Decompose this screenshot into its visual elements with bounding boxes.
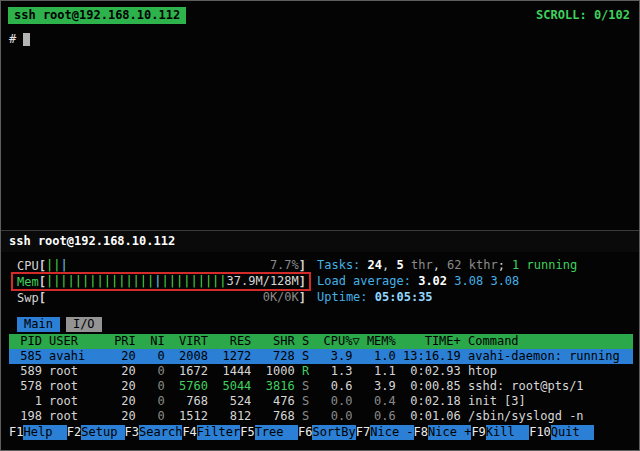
column-header-user[interactable]: USER [49,334,107,349]
process-row[interactable]: 1root200768524476S0.00.40:02.18init [3] [9,394,633,409]
fkey-f9[interactable]: F9Kill [471,425,529,440]
stat-segment: Uptime: [317,290,375,304]
cell-user: root [49,364,107,379]
swp-meter: Swp[0K/0K] [17,290,306,306]
fkey-number: F2 [67,425,81,440]
top-pane-titlebar: ssh root@192.168.10.112 SCROLL: 0/102 [8,7,632,24]
cell-user: root [49,394,107,409]
cell-cpu: 0.0 [316,409,352,424]
fkey-f1[interactable]: F1Help [9,425,67,440]
cell-pid: 578 [13,379,42,394]
process-row[interactable]: 578root200576050443816S0.63.90:00.85sshd… [9,379,633,394]
column-header-mem[interactable]: MEM% [360,334,396,349]
tab-main[interactable]: Main [17,317,60,332]
stat-segment: thr [404,258,433,272]
fkey-label: Nice + [428,425,471,440]
stat-line-0: Tasks: 24, 5 thr, 62 kthr; 1 running [317,258,577,274]
stat-segment: 3.02 [418,274,454,288]
fkey-number: F1 [9,425,23,440]
column-header-virt[interactable]: VIRT [172,334,208,349]
cell-time: 0:00.85 [403,379,461,394]
stat-segment: , [433,258,447,272]
swp-meter-label: Swp [17,291,39,305]
cell-ni: 0 [143,364,165,379]
terminal-window: ssh root@192.168.10.112 SCROLL: 0/102 # … [0,0,640,451]
cpu-meter-bar-area: |||7.7% [46,258,299,274]
cell-user: root [49,409,107,424]
column-header-pri[interactable]: PRI [114,334,136,349]
process-row[interactable]: 198root2001512812768S0.00.60:01.06/sbin/… [9,409,633,424]
session-title-bottom: ssh root@192.168.10.112 [9,234,175,248]
fkey-f8[interactable]: F8Nice + [414,425,472,440]
meter-bracket-close: ] [299,275,306,289]
fkey-label: Setup [81,425,124,440]
cell-time: 0:02.18 [403,394,461,409]
tab-io[interactable]: I/O [66,317,102,332]
cell-pri: 20 [114,379,136,394]
fkey-number: F9 [471,425,485,440]
cell-shr: 3816 [259,379,295,394]
stat-segment: 62 kthr [447,258,498,272]
mem-meter-value: 37.9M/128M [227,274,299,289]
cell-s: S [302,394,309,409]
fkey-number: F6 [298,425,312,440]
column-header-s[interactable]: S [302,334,309,349]
cell-ni: 0 [143,409,165,424]
column-header-time[interactable]: TIME+ [403,334,461,349]
stat-segment: Load average: [317,274,418,288]
fkey-f2[interactable]: F2Setup [67,425,125,440]
column-header-res[interactable]: RES [215,334,251,349]
fkey-f7[interactable]: F7Nice - [356,425,414,440]
fkey-f6[interactable]: F6SortBy [298,425,356,440]
fkey-number: F5 [240,425,254,440]
process-table-header: PIDUSERPRINIVIRTRESSHRSCPU%▽MEM%TIME+Com… [9,334,633,349]
column-header-shr[interactable]: SHR [259,334,295,349]
cell-pid: 198 [13,409,42,424]
column-header-cpu[interactable]: CPU%▽ [316,334,359,349]
cpu-meter: CPU[|||7.7%] [17,258,306,274]
meter-bracket-close: ] [299,291,306,305]
tab-bar: MainI/O [17,317,108,332]
cell-pid: 1 [13,394,42,409]
cell-cmd: sshd: root@pts/1 [468,379,633,394]
cell-cmd: /sbin/syslogd -n [468,409,633,424]
cell-shr: 476 [259,394,295,409]
meter-bracket-open: [ [39,259,46,273]
fkey-label: Filter [197,425,240,440]
cell-res: 1272 [215,349,251,364]
column-header-ni[interactable]: NI [143,334,165,349]
stat-segment: 05:05:35 [375,290,433,304]
fkey-f10[interactable]: F10Quit [529,425,594,440]
cell-cmd: init [3] [468,394,633,409]
shell-prompt-line: # [9,32,30,47]
column-header-cmd[interactable]: Command [468,334,633,349]
stat-segment: 24 [368,258,382,272]
column-header-pid[interactable]: PID [13,334,42,349]
cell-res: 524 [215,394,251,409]
meter-bracket-open: [ [39,275,46,289]
cell-s: S [302,379,309,394]
fkey-number: F7 [356,425,370,440]
fkey-number: F10 [529,425,551,440]
fkey-f5[interactable]: F5Tree [240,425,298,440]
cell-cpu: 1.3 [316,364,352,379]
process-table-rows: 585avahi20020081272728S3.91.013:16.19ava… [9,349,633,424]
cell-time: 0:02.93 [403,364,461,379]
stat-line-1: Load average: 3.02 3.08 3.08 [317,274,577,290]
cell-time: 0:01.06 [403,409,461,424]
fkey-label: Help [23,425,66,440]
cell-virt: 2008 [172,349,208,364]
stat-segment: , [382,258,396,272]
cell-pri: 20 [114,364,136,379]
fkey-f4[interactable]: F4Filter [182,425,240,440]
mem-meter-label: Mem [17,275,39,289]
top-terminal-pane[interactable]: # [3,25,637,230]
terminal-cursor [23,33,30,46]
meter-bracket-close: ] [299,259,306,273]
bottom-pane-titlebar: ssh root@192.168.10.112 [1,230,639,252]
cell-ni: 0 [143,379,165,394]
process-row[interactable]: 585avahi20020081272728S3.91.013:16.19ava… [9,349,633,364]
fkey-f3[interactable]: F3Search [125,425,183,440]
process-row[interactable]: 589root200167214441000R1.31.10:02.93htop [9,364,633,379]
cell-mem: 0.6 [360,409,396,424]
